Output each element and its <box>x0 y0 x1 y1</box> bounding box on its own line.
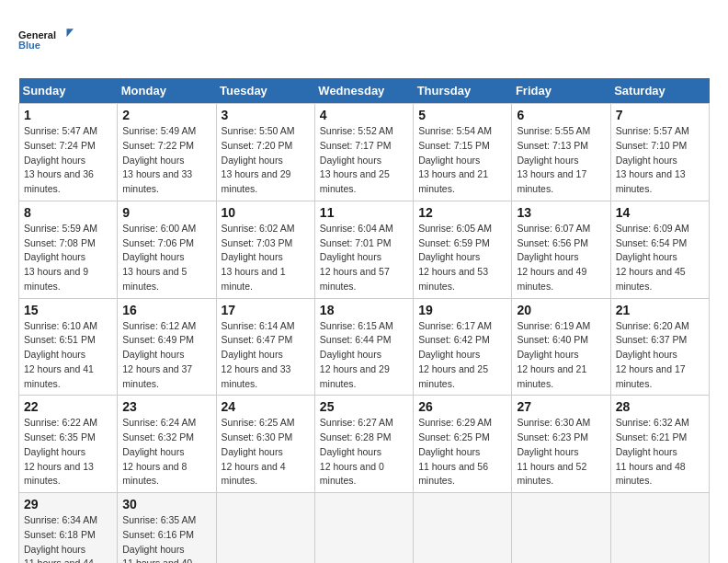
calendar-day-cell: 15 Sunrise: 6:10 AM Sunset: 6:51 PM Dayl… <box>19 298 118 396</box>
day-info: Sunrise: 6:34 AM Sunset: 6:18 PM Dayligh… <box>24 513 112 563</box>
day-info: Sunrise: 5:47 AM Sunset: 7:24 PM Dayligh… <box>24 124 112 197</box>
calendar-day-cell: 11 Sunrise: 6:04 AM Sunset: 7:01 PM Dayl… <box>314 201 413 298</box>
day-number: 6 <box>517 108 605 122</box>
day-info: Sunrise: 5:50 AM Sunset: 7:20 PM Dayligh… <box>222 124 310 197</box>
calendar-day-cell: 14 Sunrise: 6:09 AM Sunset: 6:54 PM Dayl… <box>610 201 709 298</box>
day-number: 23 <box>122 399 210 414</box>
day-info: Sunrise: 6:10 AM Sunset: 6:51 PM Dayligh… <box>24 319 112 392</box>
calendar-day-cell: 20 Sunrise: 6:19 AM Sunset: 6:40 PM Dayl… <box>512 298 610 396</box>
calendar-day-cell: 4 Sunrise: 5:52 AM Sunset: 7:17 PM Dayli… <box>314 104 413 201</box>
calendar-day-cell: 28 Sunrise: 6:32 AM Sunset: 6:21 PM Dayl… <box>610 396 709 493</box>
day-number: 18 <box>320 303 408 317</box>
day-number: 20 <box>517 303 605 317</box>
calendar-day-cell: 13 Sunrise: 6:07 AM Sunset: 6:56 PM Dayl… <box>512 201 610 298</box>
day-info: Sunrise: 6:29 AM Sunset: 6:25 PM Dayligh… <box>418 416 506 488</box>
calendar-week-row: 15 Sunrise: 6:10 AM Sunset: 6:51 PM Dayl… <box>19 298 710 396</box>
logo-svg: General Blue <box>18 18 74 64</box>
calendar-day-cell <box>216 493 314 564</box>
day-number: 28 <box>616 399 704 414</box>
day-info: Sunrise: 6:24 AM Sunset: 6:32 PM Dayligh… <box>122 416 210 488</box>
calendar-day-cell <box>314 493 413 564</box>
day-number: 9 <box>122 205 210 220</box>
day-number: 8 <box>24 205 112 220</box>
day-info: Sunrise: 6:35 AM Sunset: 6:16 PM Dayligh… <box>122 513 210 563</box>
day-number: 17 <box>222 303 310 317</box>
day-number: 22 <box>24 399 112 414</box>
day-info: Sunrise: 6:17 AM Sunset: 6:42 PM Dayligh… <box>418 319 506 392</box>
calendar-day-cell: 30 Sunrise: 6:35 AM Sunset: 6:16 PM Dayl… <box>118 493 216 564</box>
day-number: 1 <box>24 108 112 122</box>
day-info: Sunrise: 5:52 AM Sunset: 7:17 PM Dayligh… <box>320 124 408 197</box>
calendar-day-cell: 12 Sunrise: 6:05 AM Sunset: 6:59 PM Dayl… <box>414 201 512 298</box>
calendar-day-cell: 18 Sunrise: 6:15 AM Sunset: 6:44 PM Dayl… <box>314 298 413 396</box>
svg-text:Blue: Blue <box>18 40 40 51</box>
calendar-day-cell: 3 Sunrise: 5:50 AM Sunset: 7:20 PM Dayli… <box>216 104 314 201</box>
calendar-day-cell: 5 Sunrise: 5:54 AM Sunset: 7:15 PM Dayli… <box>414 104 512 201</box>
logo: General Blue <box>18 18 74 64</box>
day-number: 19 <box>418 303 506 317</box>
day-number: 24 <box>222 399 310 414</box>
day-number: 2 <box>122 108 210 122</box>
day-number: 7 <box>616 108 704 122</box>
day-info: Sunrise: 6:12 AM Sunset: 6:49 PM Dayligh… <box>122 319 210 392</box>
day-number: 13 <box>517 205 605 220</box>
weekday-header-row: SundayMondayTuesdayWednesdayThursdayFrid… <box>19 78 710 104</box>
weekday-header-sunday: Sunday <box>19 78 118 104</box>
day-info: Sunrise: 5:55 AM Sunset: 7:13 PM Dayligh… <box>517 124 605 197</box>
day-info: Sunrise: 5:57 AM Sunset: 7:10 PM Dayligh… <box>616 124 704 197</box>
day-number: 29 <box>24 497 112 511</box>
day-number: 5 <box>418 108 506 122</box>
calendar-day-cell: 2 Sunrise: 5:49 AM Sunset: 7:22 PM Dayli… <box>118 104 216 201</box>
day-info: Sunrise: 6:25 AM Sunset: 6:30 PM Dayligh… <box>222 416 310 488</box>
day-number: 15 <box>24 303 112 317</box>
calendar-day-cell: 16 Sunrise: 6:12 AM Sunset: 6:49 PM Dayl… <box>118 298 216 396</box>
weekday-header-thursday: Thursday <box>414 78 512 104</box>
calendar-day-cell: 17 Sunrise: 6:14 AM Sunset: 6:47 PM Dayl… <box>216 298 314 396</box>
day-number: 12 <box>418 205 506 220</box>
calendar-week-row: 29 Sunrise: 6:34 AM Sunset: 6:18 PM Dayl… <box>19 493 710 564</box>
day-info: Sunrise: 6:02 AM Sunset: 7:03 PM Dayligh… <box>222 222 310 294</box>
calendar-day-cell: 25 Sunrise: 6:27 AM Sunset: 6:28 PM Dayl… <box>314 396 413 493</box>
page-header: General Blue <box>18 18 710 64</box>
svg-marker-2 <box>67 29 74 37</box>
calendar-day-cell: 22 Sunrise: 6:22 AM Sunset: 6:35 PM Dayl… <box>19 396 118 493</box>
day-number: 26 <box>418 399 506 414</box>
weekday-header-friday: Friday <box>512 78 610 104</box>
calendar-day-cell: 27 Sunrise: 6:30 AM Sunset: 6:23 PM Dayl… <box>512 396 610 493</box>
day-info: Sunrise: 6:32 AM Sunset: 6:21 PM Dayligh… <box>616 416 704 488</box>
calendar-day-cell: 24 Sunrise: 6:25 AM Sunset: 6:30 PM Dayl… <box>216 396 314 493</box>
day-info: Sunrise: 6:27 AM Sunset: 6:28 PM Dayligh… <box>320 416 408 488</box>
calendar-day-cell: 9 Sunrise: 6:00 AM Sunset: 7:06 PM Dayli… <box>118 201 216 298</box>
calendar-day-cell: 10 Sunrise: 6:02 AM Sunset: 7:03 PM Dayl… <box>216 201 314 298</box>
weekday-header-tuesday: Tuesday <box>216 78 314 104</box>
day-number: 10 <box>222 205 310 220</box>
day-number: 21 <box>616 303 704 317</box>
calendar-day-cell: 23 Sunrise: 6:24 AM Sunset: 6:32 PM Dayl… <box>118 396 216 493</box>
calendar-day-cell: 1 Sunrise: 5:47 AM Sunset: 7:24 PM Dayli… <box>19 104 118 201</box>
calendar-day-cell: 6 Sunrise: 5:55 AM Sunset: 7:13 PM Dayli… <box>512 104 610 201</box>
day-number: 30 <box>122 497 210 511</box>
day-number: 16 <box>122 303 210 317</box>
calendar-day-cell: 8 Sunrise: 5:59 AM Sunset: 7:08 PM Dayli… <box>19 201 118 298</box>
svg-text:General: General <box>18 29 56 40</box>
calendar-day-cell <box>512 493 610 564</box>
day-info: Sunrise: 6:04 AM Sunset: 7:01 PM Dayligh… <box>320 222 408 294</box>
day-number: 25 <box>320 399 408 414</box>
day-info: Sunrise: 6:09 AM Sunset: 6:54 PM Dayligh… <box>616 222 704 294</box>
calendar-week-row: 1 Sunrise: 5:47 AM Sunset: 7:24 PM Dayli… <box>19 104 710 201</box>
calendar-table: SundayMondayTuesdayWednesdayThursdayFrid… <box>18 78 710 563</box>
day-info: Sunrise: 6:07 AM Sunset: 6:56 PM Dayligh… <box>517 222 605 294</box>
day-info: Sunrise: 5:54 AM Sunset: 7:15 PM Dayligh… <box>418 124 506 197</box>
weekday-header-monday: Monday <box>118 78 216 104</box>
calendar-day-cell: 19 Sunrise: 6:17 AM Sunset: 6:42 PM Dayl… <box>414 298 512 396</box>
calendar-day-cell: 21 Sunrise: 6:20 AM Sunset: 6:37 PM Dayl… <box>610 298 709 396</box>
day-number: 4 <box>320 108 408 122</box>
day-info: Sunrise: 5:49 AM Sunset: 7:22 PM Dayligh… <box>122 124 210 197</box>
weekday-header-wednesday: Wednesday <box>314 78 413 104</box>
day-number: 14 <box>616 205 704 220</box>
day-number: 11 <box>320 205 408 220</box>
calendar-week-row: 8 Sunrise: 5:59 AM Sunset: 7:08 PM Dayli… <box>19 201 710 298</box>
weekday-header-saturday: Saturday <box>610 78 709 104</box>
day-number: 3 <box>222 108 310 122</box>
calendar-day-cell <box>414 493 512 564</box>
